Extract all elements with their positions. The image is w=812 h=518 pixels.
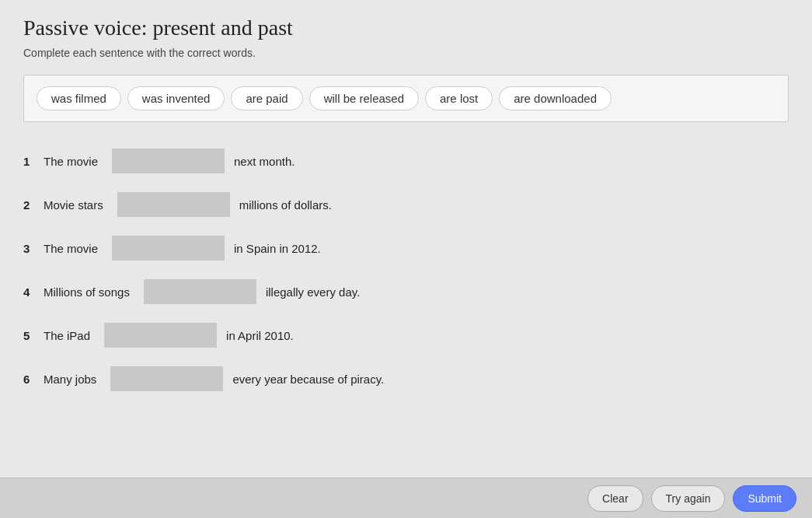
answer-box-1[interactable] <box>112 149 225 173</box>
page-subtitle: Complete each sentence with the correct … <box>23 47 789 59</box>
word-bank: was filmedwas inventedare paidwill be re… <box>23 75 789 122</box>
question-number-1: 1 <box>23 155 39 168</box>
question-text-after-6: every year because of piracy. <box>232 373 384 386</box>
word-chip-w1[interactable]: was filmed <box>37 86 121 110</box>
question-row-6: 6Many jobsevery year because of piracy. <box>23 359 789 399</box>
question-number-4: 4 <box>23 285 39 299</box>
question-number-3: 3 <box>23 242 39 255</box>
word-chip-w4[interactable]: will be released <box>309 86 419 110</box>
word-chip-w2[interactable]: was invented <box>127 86 225 110</box>
page-title: Passive voice: present and past <box>23 16 789 40</box>
question-number-5: 5 <box>23 329 39 342</box>
question-number-6: 6 <box>23 373 39 386</box>
clear-button[interactable]: Clear <box>587 485 643 512</box>
question-text-before-5: The iPad <box>44 329 90 342</box>
page-container: Passive voice: present and past Complete… <box>0 0 812 518</box>
answer-box-4[interactable] <box>144 279 256 304</box>
question-text-before-2: Movie stars <box>44 198 103 212</box>
question-text-before-6: Many jobs <box>44 373 96 386</box>
answer-box-2[interactable] <box>117 192 230 217</box>
try-again-button[interactable]: Try again <box>651 485 726 512</box>
question-number-2: 2 <box>23 198 39 212</box>
question-row-3: 3The moviein Spain in 2012. <box>23 228 789 268</box>
question-text-before-4: Millions of songs <box>44 285 130 299</box>
question-row-5: 5The iPadin April 2010. <box>23 315 789 355</box>
word-chip-w5[interactable]: are lost <box>425 86 493 110</box>
question-text-before-1: The movie <box>44 155 98 168</box>
submit-button[interactable]: Submit <box>733 485 796 512</box>
word-chip-w3[interactable]: are paid <box>231 86 302 110</box>
question-row-4: 4Millions of songsillegally every day. <box>23 271 789 312</box>
answer-box-5[interactable] <box>104 323 217 348</box>
question-text-after-3: in Spain in 2012. <box>234 242 321 255</box>
question-text-after-5: in April 2010. <box>226 329 294 342</box>
bottom-bar: Clear Try again Submit <box>0 478 812 518</box>
question-text-before-3: The movie <box>44 242 98 255</box>
question-row-2: 2Movie starsmillions of dollars. <box>23 184 789 225</box>
question-text-after-1: next month. <box>234 155 294 168</box>
word-chip-w6[interactable]: are downloaded <box>499 86 612 110</box>
answer-box-6[interactable] <box>110 366 223 391</box>
question-text-after-4: illegally every day. <box>266 285 360 299</box>
answer-box-3[interactable] <box>112 236 225 261</box>
questions-container: 1The movienext month.2Movie starsmillion… <box>23 141 789 399</box>
question-text-after-2: millions of dollars. <box>239 198 332 212</box>
question-row-1: 1The movienext month. <box>23 141 789 181</box>
